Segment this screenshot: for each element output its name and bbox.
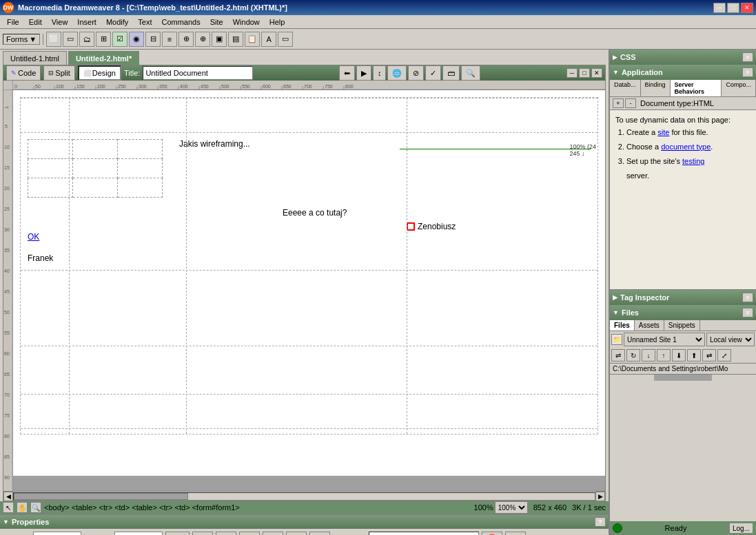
tb-btn-11[interactable]: ▣	[212, 32, 227, 47]
doc-close-btn[interactable]: ✕	[591, 68, 602, 78]
doc-restore-btn[interactable]: □	[579, 68, 590, 78]
ok-link[interactable]: OK	[28, 232, 39, 242]
doc-tab-2[interactable]: Untitled-2.html*	[68, 51, 139, 65]
menu-text[interactable]: Text	[134, 17, 156, 27]
check-in-btn[interactable]: ⬆	[687, 349, 701, 361]
properties-help-btn[interactable]: ?	[595, 517, 606, 527]
zenobiusz-checkbox[interactable]	[407, 222, 415, 231]
testing-link[interactable]: testing	[682, 157, 704, 165]
tb-btn-2[interactable]: ▭	[63, 32, 78, 47]
nav-back-btn[interactable]: ⬅	[339, 65, 355, 81]
tb-btn-3[interactable]: 🗂	[79, 32, 94, 47]
doc-tab-1[interactable]: Untitled-1.html	[3, 51, 67, 65]
code-btn[interactable]: ✎ Code	[6, 65, 41, 81]
zoom-tool-btn[interactable]: 🔍	[30, 502, 41, 513]
css-btn[interactable]: CSS	[165, 532, 190, 535]
connect-btn[interactable]: ⇌	[611, 349, 625, 361]
align-left-btn[interactable]: ≡	[239, 532, 260, 535]
sync-btn[interactable]: ⇄	[702, 349, 716, 361]
menu-edit[interactable]: Edit	[25, 17, 46, 27]
menu-commands[interactable]: Commands	[157, 17, 204, 27]
files-h-scrollbar[interactable]	[610, 374, 756, 381]
tb-btn-1[interactable]: ⬜	[46, 32, 61, 47]
debug-btn[interactable]: ⊘	[408, 65, 424, 81]
tab-files[interactable]: Files	[610, 320, 635, 331]
files-options-btn[interactable]: ≡	[742, 308, 753, 317]
link-target-btn[interactable]: 🎯	[482, 532, 502, 535]
italic-btn[interactable]: I	[216, 532, 236, 535]
forms-dropdown[interactable]: Forms ▼	[3, 34, 40, 45]
align-right-btn[interactable]: ≡	[286, 532, 307, 535]
menu-modify[interactable]: Modify	[102, 17, 132, 27]
browser-btn[interactable]: 🌐	[387, 65, 407, 81]
refresh-btn[interactable]: ↕	[373, 65, 387, 81]
nav-fwd-btn[interactable]: ▶	[356, 65, 371, 81]
get-btn[interactable]: ↓	[642, 349, 655, 361]
tb-btn-7[interactable]: ⊟	[145, 32, 161, 47]
tb-btn-15[interactable]: ▭	[278, 32, 293, 47]
title-input[interactable]	[143, 66, 253, 80]
window-controls[interactable]: ─ □ ✕	[713, 3, 753, 13]
design-canvas[interactable]: Jakis wireframing... 100% (24 245 ↓ Eeee…	[13, 90, 605, 491]
style-select[interactable]: None	[114, 532, 163, 535]
tab-databinding[interactable]: Datab...	[610, 80, 641, 96]
menu-help[interactable]: Help	[265, 17, 289, 27]
tb-btn-8[interactable]: ≡	[162, 32, 177, 47]
site-dropdown[interactable]: Unnamed Site 1	[624, 333, 705, 346]
tab-snippets[interactable]: Snippets	[664, 320, 700, 331]
log-btn[interactable]: Log...	[729, 523, 753, 534]
close-btn[interactable]: ✕	[741, 3, 753, 13]
tab-server-behaviors[interactable]: Server Behaviors	[671, 80, 722, 96]
doc-type-link[interactable]: document type	[661, 143, 711, 151]
app-arrow[interactable]: ▼	[613, 69, 619, 76]
refresh-files-btn[interactable]: ↻	[626, 349, 640, 361]
tb-btn-10[interactable]: ⊕	[195, 32, 210, 47]
tb-btn-12[interactable]: ▤	[228, 32, 243, 47]
zoom-btn[interactable]: 🔍	[461, 65, 480, 81]
site-link[interactable]: site	[657, 128, 669, 136]
bold-btn[interactable]: B	[192, 532, 213, 535]
tb-btn-14[interactable]: A	[261, 32, 276, 47]
scroll-left-btn[interactable]: ◀	[3, 492, 13, 501]
files-scrollbar-thumb[interactable]	[654, 375, 713, 381]
menu-insert[interactable]: Insert	[73, 17, 101, 27]
select-tool-btn[interactable]: ↖	[3, 502, 14, 513]
link-input[interactable]	[369, 532, 479, 535]
doc-win-controls[interactable]: ─ □ ✕	[566, 68, 602, 78]
browse-file-btn[interactable]: 📁	[505, 532, 526, 535]
check-out-btn[interactable]: ⬇	[672, 349, 686, 361]
align-justify-btn[interactable]: ≡	[309, 532, 330, 535]
tb-btn-6[interactable]: ◉	[129, 32, 144, 47]
expand-files-btn[interactable]: ⤢	[717, 349, 731, 361]
h-scrollbar-thumb[interactable]	[14, 493, 188, 500]
put-btn[interactable]: ↑	[657, 349, 671, 361]
tb-btn-9[interactable]: ⊕	[178, 32, 194, 47]
validate-btn[interactable]: ✓	[425, 65, 441, 81]
tb-btn-4[interactable]: ⊞	[96, 32, 111, 47]
app-add-btn[interactable]: +	[613, 98, 624, 108]
zoom-dropdown[interactable]: 100% 50% 200%	[495, 501, 528, 514]
design-btn[interactable]: ⬜ Design	[78, 65, 121, 81]
files-arrow[interactable]: ▼	[613, 309, 619, 316]
menu-view[interactable]: View	[48, 17, 72, 27]
app-remove-btn[interactable]: -	[625, 98, 636, 108]
tb-btn-13[interactable]: 📋	[245, 32, 260, 47]
css-arrow[interactable]: ▶	[613, 54, 617, 61]
menu-window[interactable]: Window	[229, 17, 264, 27]
css-options-btn[interactable]: ≡	[742, 52, 753, 62]
align-center-btn[interactable]: ≡	[263, 532, 283, 535]
split-btn[interactable]: ⊟ Split	[43, 65, 74, 81]
tab-components[interactable]: Compo...	[722, 80, 756, 96]
menu-file[interactable]: File	[3, 17, 23, 27]
file-mgmt-btn[interactable]: 🗃	[442, 65, 460, 81]
doc-minimize-btn[interactable]: ─	[566, 68, 578, 78]
menu-site[interactable]: Site	[206, 17, 227, 27]
hand-tool-btn[interactable]: ✋	[17, 502, 28, 513]
tag-inspector-options-btn[interactable]: ≡	[742, 293, 753, 302]
tab-binding[interactable]: Binding	[641, 80, 671, 96]
tb-btn-5[interactable]: ☑	[112, 32, 127, 47]
minimize-btn[interactable]: ─	[713, 3, 726, 13]
format-select[interactable]: None	[33, 532, 81, 535]
tag-inspector-arrow[interactable]: ▶	[613, 294, 617, 301]
app-options-btn[interactable]: ≡	[742, 67, 753, 77]
